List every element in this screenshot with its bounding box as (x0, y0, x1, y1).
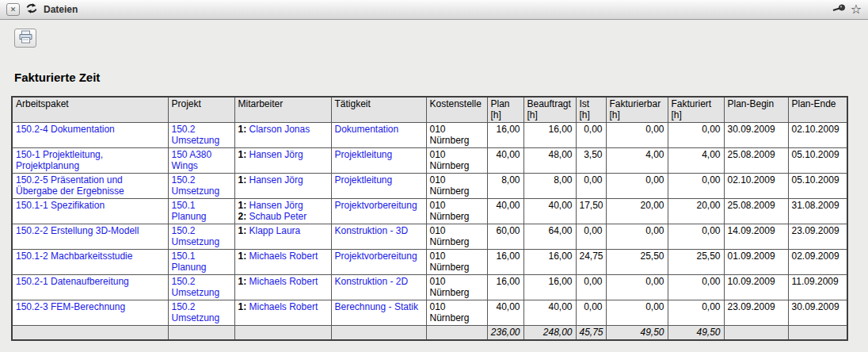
cell-projekt: 150.2 Umsetzung (168, 123, 234, 148)
totals-plan-begin (724, 326, 788, 341)
taetigkeit-link[interactable]: Projektvorbereitung (335, 251, 417, 262)
mitarbeiter-link[interactable]: Hansen Jörg (249, 200, 303, 211)
cell-mitarbeiter: 1: Clarson Jonas (234, 123, 331, 148)
arbeitspaket-link[interactable]: 150.1-1 Spezifikation (16, 200, 105, 211)
cell-plan: 40,00 (487, 199, 523, 224)
projekt-link[interactable]: 150.2 Umsetzung (172, 225, 220, 247)
arbeitspaket-link[interactable]: 150.2-3 FEM-Berechnung (16, 301, 125, 312)
cell-fakturierbar: 0,00 (606, 224, 668, 250)
mitarbeiter-number: 1: (238, 200, 249, 211)
totals-ist: 45,75 (576, 326, 606, 341)
cell-projekt: 150.2 Umsetzung (168, 275, 234, 300)
mitarbeiter-link[interactable]: Schaub Peter (249, 211, 307, 222)
taetigkeit-link[interactable]: Projektvorbereitung (335, 200, 417, 211)
mitarbeiter-link[interactable]: Hansen Jörg (249, 149, 303, 160)
cell-arbeitspaket: 150.2-3 FEM-Berechnung (12, 300, 168, 326)
taetigkeit-link[interactable]: Dokumentation (335, 124, 399, 135)
cell-mitarbeiter: 1: Hansen Jörg (234, 174, 331, 199)
cell-kostenstelle: 010 Nürnberg (426, 199, 487, 224)
print-button[interactable] (14, 29, 36, 48)
arbeitspaket-link[interactable]: 150.2-1 Datenaufbereitung (16, 276, 129, 287)
projekt-link[interactable]: 150.2 Umsetzung (172, 301, 220, 323)
cell-projekt: 150.2 Umsetzung (168, 174, 234, 199)
cell-kostenstelle: 010 Nürnberg (426, 250, 487, 275)
cell-kostenstelle: 010 Nürnberg (426, 275, 487, 300)
column-header-label: Plan-Begin (728, 98, 775, 109)
column-header: Plan [h] (487, 97, 523, 123)
cell-arbeitspaket: 150.2-1 Datenaufbereitung (12, 275, 168, 300)
header-row: Arbeitspaket Projekt Mitarbeiter Tätigke… (12, 97, 847, 123)
taetigkeit-link[interactable]: Projektleitung (335, 174, 393, 186)
cell-fakturierbar: 0,00 (606, 174, 668, 199)
mitarbeiter-link[interactable]: Michaels Robert (249, 251, 318, 262)
cell-beauftragt: 16,00 (523, 275, 576, 300)
favorite-button[interactable]: ☆ (851, 3, 862, 16)
cell-fakturierbar: 0,00 (606, 275, 668, 300)
totals-row: 236,00 248,00 45,75 49,50 49,50 (12, 326, 847, 341)
column-header-label: Fakturiert (672, 98, 712, 109)
taetigkeit-link[interactable]: Konstruktion - 3D (335, 225, 409, 236)
column-header: Ist [h] (576, 97, 606, 123)
mitarbeiter-link[interactable]: Michaels Robert (249, 276, 318, 287)
arbeitspaket-link[interactable]: 150.2-2 Erstellung 3D-Modell (16, 225, 139, 236)
cell-plan-begin: 10.09.2009 (724, 275, 788, 300)
cell-taetigkeit: Konstruktion - 2D (331, 275, 426, 300)
column-header-label: Beauftragt (527, 98, 571, 109)
cell-plan-begin: 25.08.2009 (724, 148, 788, 174)
cell-taetigkeit: Projektvorbereitung (331, 199, 426, 224)
arbeitspaket-link[interactable]: 150.1-2 Machbarkeitsstudie (16, 251, 132, 262)
column-header-label: Projekt (172, 98, 201, 109)
column-header-unit: [h] (672, 109, 682, 121)
mitarbeiter-number: 1: (238, 251, 249, 262)
column-header: Plan-Begin (724, 97, 788, 123)
cell-projekt: 150.1 Planung (168, 199, 234, 224)
star-icon: ☆ (851, 2, 862, 16)
cell-fakturiert: 0,00 (668, 275, 724, 300)
cell-kostenstelle: 010 Nürnberg (426, 148, 487, 174)
cell-taetigkeit: Konstruktion - 3D (331, 224, 426, 250)
column-header-label: Tätigkeit (335, 98, 371, 109)
totals-fakturierbar: 49,50 (606, 326, 668, 341)
arbeitspaket-link[interactable]: 150-1 Projektleitung, Projektplanung (16, 149, 103, 171)
close-button[interactable]: ✕ (6, 3, 20, 16)
taetigkeit-link[interactable]: Berechnung - Statik (335, 301, 418, 312)
cell-fakturierbar: 0,00 (606, 300, 668, 326)
projekt-link[interactable]: 150.2 Umsetzung (172, 124, 220, 146)
cell-ist: 0,00 (576, 123, 606, 148)
arbeitspaket-link[interactable]: 150.2-5 Präsentation und Übergabe der Er… (16, 174, 124, 197)
refresh-button[interactable] (25, 2, 38, 17)
window-title: Dateien (44, 4, 78, 15)
toolbar (0, 20, 868, 48)
projekt-link[interactable]: 150 A380 Wings (172, 149, 212, 171)
column-header: Kostenstelle (426, 97, 487, 123)
cell-plan-ende: 30.09.2009 (788, 300, 847, 326)
projekt-link[interactable]: 150.2 Umsetzung (172, 174, 220, 197)
cell-plan: 40,00 (487, 300, 523, 326)
taetigkeit-link[interactable]: Projektleitung (335, 149, 393, 160)
cell-arbeitspaket: 150-1 Projektleitung, Projektplanung (12, 148, 168, 174)
pin-button[interactable] (832, 2, 846, 17)
cell-mitarbeiter: 1: Klapp Laura (234, 224, 331, 250)
cell-plan: 16,00 (487, 250, 523, 275)
mitarbeiter-link[interactable]: Hansen Jörg (249, 174, 303, 186)
cell-projekt: 150.2 Umsetzung (168, 300, 234, 326)
mitarbeiter-number: 1: (238, 301, 249, 312)
mitarbeiter-link[interactable]: Klapp Laura (249, 225, 301, 236)
cell-fakturiert: 0,00 (668, 123, 724, 148)
table-row: 150.2-4 Dokumentation 150.2 Umsetzung 1:… (12, 123, 847, 148)
taetigkeit-link[interactable]: Konstruktion - 2D (335, 276, 409, 287)
cell-fakturiert: 0,00 (668, 174, 724, 199)
mitarbeiter-link[interactable]: Michaels Robert (249, 301, 318, 312)
projekt-link[interactable]: 150.1 Planung (172, 251, 207, 273)
projekt-link[interactable]: 150.2 Umsetzung (172, 276, 220, 298)
cell-projekt: 150.2 Umsetzung (168, 224, 234, 250)
projekt-link[interactable]: 150.1 Planung (172, 200, 207, 222)
arbeitspaket-link[interactable]: 150.2-4 Dokumentation (16, 124, 115, 135)
column-header-label: Kostenstelle (430, 98, 482, 109)
cell-ist: 24,75 (576, 250, 606, 275)
mitarbeiter-number: 1: (238, 276, 249, 287)
cell-fakturiert: 25,50 (668, 250, 724, 275)
billed-time-table: Arbeitspaket Projekt Mitarbeiter Tätigke… (11, 96, 848, 341)
totals-cell-arbeitspaket (12, 326, 168, 341)
mitarbeiter-link[interactable]: Clarson Jonas (249, 124, 310, 135)
